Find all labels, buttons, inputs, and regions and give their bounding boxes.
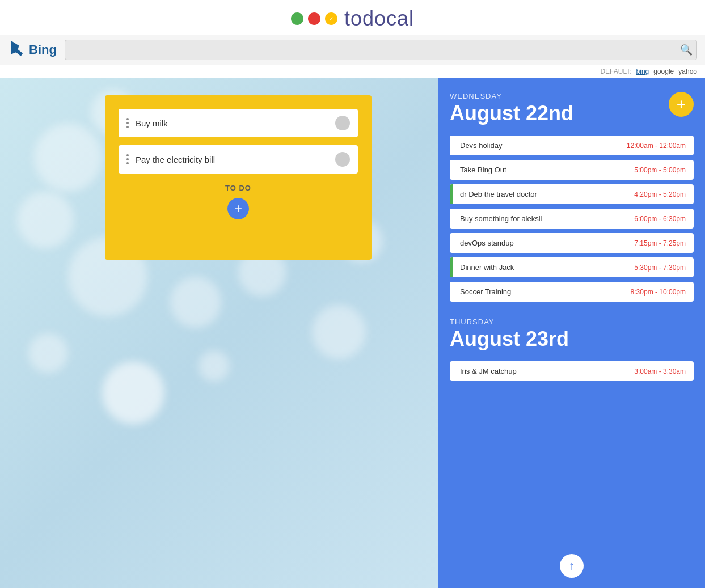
calendar-panel[interactable]: WEDNESDAY August 22nd + Devs holiday 12:… — [438, 78, 705, 588]
check-icon: ✓ — [329, 16, 333, 22]
bing-label: Bing — [29, 43, 57, 57]
window-close-button[interactable]: × — [308, 12, 320, 25]
event-accent-bar — [450, 184, 453, 204]
search-bar-container: 🔍 — [65, 40, 697, 60]
bing-default-link[interactable]: bing — [636, 67, 649, 75]
cal-event-devs-holiday[interactable]: Devs holiday 12:00am - 12:00am — [450, 136, 694, 155]
scroll-up-button[interactable]: ↑ — [560, 554, 584, 578]
window-minimize-button[interactable]: ✓ — [325, 12, 337, 25]
todo-text-2: Pay the electricity bill — [136, 155, 328, 164]
cal-day-name-wednesday: WEDNESDAY — [450, 92, 694, 100]
cal-event-title: devOps standup — [458, 239, 634, 247]
todo-check-2[interactable] — [335, 152, 350, 167]
cal-day-date-wednesday: August 22nd — [450, 101, 694, 125]
search-icon: 🔍 — [680, 44, 693, 56]
drag-handle-2[interactable] — [126, 154, 129, 164]
google-default-link[interactable]: google — [653, 67, 674, 75]
window-controls: + × ✓ — [291, 12, 337, 25]
cal-event-devops[interactable]: devOps standup 7:15pm - 7:25pm — [450, 233, 694, 253]
cal-event-title: Dinner with Jack — [458, 263, 634, 272]
cal-event-time: 8:30pm - 10:00pm — [631, 288, 686, 296]
cal-event-buy-something[interactable]: Buy something for aleksii 6:00pm - 6:30p… — [450, 209, 694, 229]
cal-event-title: dr Deb the travel doctor — [458, 190, 634, 198]
main-area: Buy milk Pay the electricity bill TO DO … — [0, 78, 705, 588]
window-maximize-button[interactable]: + — [291, 12, 303, 25]
drag-handle-1[interactable] — [126, 118, 129, 128]
todo-item-1: Buy milk — [119, 109, 358, 137]
top-bar: + × ✓ todocal — [0, 0, 705, 35]
cal-day-date-thursday: August 23rd — [450, 327, 694, 351]
plus-icon: + — [677, 96, 686, 112]
cal-event-title: Iris & JM catchup — [458, 367, 634, 375]
chevron-up-icon: ↑ — [569, 559, 575, 573]
bing-logo: Bing — [8, 41, 57, 59]
cal-day-header-thursday: THURSDAY August 23rd — [450, 318, 694, 351]
yahoo-default-link[interactable]: yahoo — [678, 67, 697, 75]
default-links-bar: DEFAULT: bing google yahoo — [0, 65, 705, 78]
cal-event-title: Devs holiday — [458, 141, 627, 150]
cal-event-title: Take Bing Out — [458, 166, 634, 174]
todo-item-2: Pay the electricity bill — [119, 145, 358, 174]
todo-panel: Buy milk Pay the electricity bill TO DO … — [105, 95, 372, 260]
cal-event-iris[interactable]: Iris & JM catchup 3:00am - 3:30am — [450, 361, 694, 381]
add-todo-button[interactable]: + — [227, 198, 249, 219]
cal-event-time: 6:00pm - 6:30pm — [634, 215, 686, 223]
cal-event-time: 4:20pm - 5:20pm — [634, 191, 686, 198]
todo-label: TO DO — [225, 184, 251, 192]
close-icon: × — [312, 15, 316, 23]
todo-text-1: Buy milk — [136, 119, 328, 128]
plus-icon: + — [295, 15, 299, 23]
cal-event-time: 5:30pm - 7:30pm — [634, 264, 686, 272]
cal-event-title: Buy something for aleksii — [458, 214, 634, 223]
cal-event-title: Soccer Training — [458, 287, 631, 296]
cal-event-soccer[interactable]: Soccer Training 8:30pm - 10:00pm — [450, 282, 694, 302]
todo-check-1[interactable] — [335, 116, 350, 130]
cal-event-dinner[interactable]: Dinner with Jack 5:30pm - 7:30pm — [450, 257, 694, 277]
search-input[interactable] — [65, 40, 697, 60]
cal-event-take-bing-out[interactable]: Take Bing Out 5:00pm - 5:00pm — [450, 160, 694, 180]
event-accent-bar — [450, 257, 453, 277]
cal-add-event-button[interactable]: + — [669, 92, 694, 117]
cal-event-dr-deb[interactable]: dr Deb the travel doctor 4:20pm - 5:20pm — [450, 184, 694, 204]
search-button[interactable]: 🔍 — [680, 44, 693, 56]
app-title: todocal — [344, 7, 414, 31]
cal-event-time: 12:00am - 12:00am — [627, 142, 686, 150]
bing-logo-icon — [8, 41, 26, 59]
cal-day-header-wednesday: WEDNESDAY August 22nd + — [450, 92, 694, 125]
todo-footer: TO DO + — [119, 184, 358, 219]
browser-bar: Bing 🔍 — [0, 35, 705, 65]
cal-event-time: 7:15pm - 7:25pm — [634, 239, 686, 247]
cal-day-name-thursday: THURSDAY — [450, 318, 694, 326]
scroll-spacer — [450, 386, 694, 420]
cal-event-time: 3:00am - 3:30am — [634, 367, 686, 375]
default-label: DEFAULT: — [600, 67, 631, 75]
cal-event-time: 5:00pm - 5:00pm — [634, 166, 686, 174]
